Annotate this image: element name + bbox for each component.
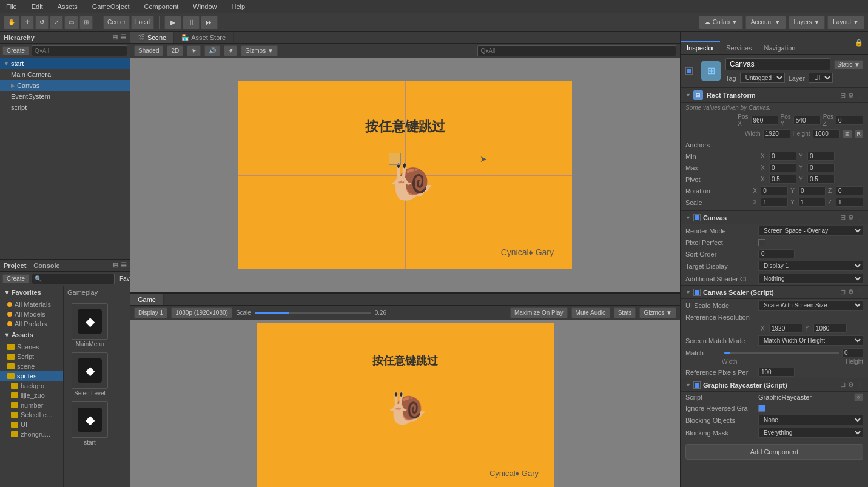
canvas-btn3[interactable]: ⋮ (856, 213, 863, 221)
asset-sprites[interactable]: sprites (0, 371, 63, 381)
project-lock-icon[interactable]: ⊟ (113, 261, 118, 269)
layer-select[interactable]: UI (809, 73, 833, 83)
hierarchy-item-eventsystem[interactable]: EventSystem (0, 91, 130, 102)
menu-file[interactable]: File (2, 2, 21, 12)
project-search[interactable] (32, 274, 115, 284)
mute-btn[interactable]: Mute Audio (571, 307, 610, 318)
render-mode-select[interactable]: Screen Space - Overlay (758, 226, 863, 236)
fav-item-prefabs[interactable]: All Prefabs (0, 319, 63, 329)
scale-z-input[interactable]: 1 (836, 198, 863, 207)
asset-backgrounds[interactable]: backgro... (0, 381, 63, 391)
hierarchy-search[interactable] (32, 45, 127, 56)
inspector-lock-btn[interactable]: 🔒 (850, 32, 868, 54)
match-slider[interactable] (724, 352, 839, 354)
tag-select[interactable]: Untagged (740, 73, 785, 83)
width-input[interactable]: 1920 (763, 129, 790, 138)
gizmos-btn[interactable]: Gizmos ▼ (241, 45, 278, 56)
raycaster-btn1[interactable]: ⊞ (840, 381, 846, 389)
canvas-btn1[interactable]: ⊞ (840, 213, 846, 221)
asset-zhongru[interactable]: zhongru... (0, 429, 63, 439)
lighting-btn[interactable]: ☀ (187, 45, 201, 56)
raycaster-section[interactable]: ▼ Graphic Raycaster (Script) ⊞ ⚙ ⋮ (681, 378, 868, 392)
blocking-mask-select[interactable]: Everything (758, 428, 863, 438)
hierarchy-create-btn[interactable]: Create (2, 46, 29, 55)
static-toggle-btn[interactable]: Static ▼ (834, 60, 863, 69)
hand-tool[interactable]: ✋ (4, 16, 19, 29)
hierarchy-lock-icon[interactable]: ⊟ (112, 33, 118, 41)
raycaster-btn3[interactable]: ⋮ (856, 381, 863, 389)
combo-tool[interactable]: ⊞ (79, 16, 93, 29)
asset-number[interactable]: number (0, 400, 63, 410)
obj-name-input[interactable] (725, 58, 830, 70)
asset-scenes[interactable]: Scenes (0, 342, 63, 352)
scaler-btn1[interactable]: ⊞ (840, 288, 846, 296)
menu-edit[interactable]: Edit (28, 2, 47, 12)
rot-y-input[interactable]: 0 (798, 186, 826, 195)
hierarchy-menu-icon[interactable]: ☰ (120, 33, 126, 41)
min-x-input[interactable]: 0 (769, 152, 796, 161)
fav-tab[interactable]: Favorites (117, 275, 130, 282)
maximize-btn[interactable]: Maximize On Play (510, 307, 568, 318)
rotate-tool[interactable]: ↺ (35, 16, 49, 29)
pivot-y-input[interactable]: 0.5 (807, 175, 835, 184)
scale-slider[interactable] (255, 312, 371, 314)
menu-component[interactable]: Component (140, 2, 182, 12)
canvas-btn2[interactable]: ⚙ (848, 213, 854, 221)
blueprint-btn[interactable]: ⊞ (843, 130, 852, 138)
canvas-enabled[interactable] (693, 214, 701, 221)
pause-btn[interactable]: ⏸ (183, 16, 200, 29)
posz-input[interactable]: 0 (836, 116, 863, 125)
ignore-reversed-checkbox[interactable] (758, 405, 765, 412)
asset-scene[interactable]: scene (0, 361, 63, 371)
scene-tab[interactable]: 🎬 Scene (130, 32, 174, 43)
hierarchy-item-maincamera[interactable]: Main Camera (0, 69, 130, 80)
scale-y-input[interactable]: 1 (798, 198, 826, 207)
navigation-tab[interactable]: Navigation (758, 41, 801, 54)
script-btn[interactable]: ○ (854, 393, 863, 401)
asset-thumb-start[interactable]: ◆ start (69, 401, 111, 446)
rect-btn3[interactable]: ⋮ (856, 92, 863, 99)
2d-btn[interactable]: 2D (167, 45, 183, 56)
pivot-x-input[interactable]: 0.5 (769, 175, 796, 184)
scene-view-area[interactable]: 按任意键跳过 🐌 Cynical♦ Gary ➤ (130, 58, 680, 292)
fav-item-models[interactable]: All Models (0, 309, 63, 319)
local-btn[interactable]: Local (131, 16, 154, 29)
display-btn[interactable]: Display 1 (134, 307, 167, 318)
hierarchy-item-script[interactable]: script (0, 102, 130, 113)
screen-match-select[interactable]: Match Width Or Height (758, 335, 863, 346)
account-btn[interactable]: Account ▼ (745, 16, 786, 29)
max-y-input[interactable]: 0 (807, 163, 835, 172)
target-display-select[interactable]: Display 1 (758, 261, 863, 271)
game-view-area[interactable]: 按任意键跳过 🐌 Cynical♦ Gary (130, 320, 680, 487)
asset-lijie[interactable]: lijie_zuo (0, 391, 63, 400)
ref-pixels-input[interactable]: 100 (758, 368, 795, 377)
blocking-objects-select[interactable]: None (758, 415, 863, 425)
layout-btn[interactable]: Layout ▼ (827, 16, 864, 29)
height-input[interactable]: 1080 (813, 129, 840, 138)
rect-transform-section[interactable]: ▼ ⊞ Rect Transform ⊞ ⚙ ⋮ (681, 87, 868, 103)
raycaster-enabled[interactable] (693, 381, 701, 389)
asset-selectlevel[interactable]: SelectLe... (0, 410, 63, 420)
stats-btn[interactable]: Stats (614, 307, 636, 318)
game-gizmos-btn[interactable]: Gizmos ▼ (639, 307, 676, 318)
shading-btn[interactable]: Shaded (134, 45, 163, 56)
asset-store-tab[interactable]: 🏪 Asset Store (174, 32, 234, 43)
center-btn[interactable]: Center (103, 16, 130, 29)
canvas-scaler-section[interactable]: ▼ Canvas Scaler (Script) ⊞ ⚙ ⋮ (681, 285, 868, 299)
match-value-input[interactable]: 0 (842, 348, 863, 357)
rect-btn2[interactable]: ⚙ (848, 92, 854, 99)
asset-thumb-selectlevel[interactable]: ◆ SelectLevel (69, 352, 111, 397)
pixel-perfect-checkbox[interactable] (758, 239, 765, 246)
menu-help[interactable]: Help (227, 2, 249, 12)
fav-item-materials[interactable]: All Materials (0, 300, 63, 309)
project-create-btn[interactable]: Create (2, 274, 29, 283)
posy-input[interactable]: 540 (793, 116, 821, 125)
resolution-btn[interactable]: 1080p (1920x1080) (171, 307, 232, 318)
raycaster-btn2[interactable]: ⚙ (848, 381, 854, 389)
ref-y-input[interactable]: 1080 (813, 324, 847, 333)
additional-shader-select[interactable]: Nothing (758, 274, 863, 284)
menu-gameobject[interactable]: GameObject (89, 2, 133, 12)
layers-btn[interactable]: Layers ▼ (789, 16, 826, 29)
rect-btn1[interactable]: ⊞ (840, 92, 846, 99)
effects-btn[interactable]: ⧩ (224, 45, 237, 56)
